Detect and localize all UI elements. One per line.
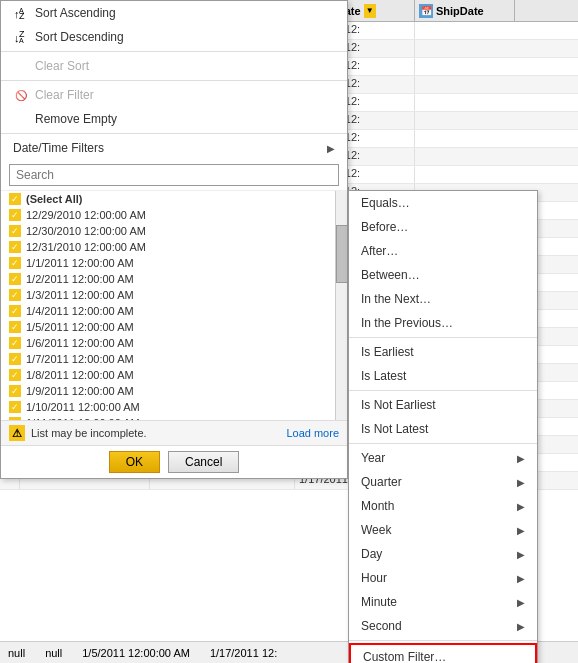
checkbox-label: 1/3/2011 12:00:00 AM xyxy=(26,289,134,301)
checkbox-item[interactable]: ✓ 1/8/2011 12:00:00 AM xyxy=(1,367,347,383)
status-date2: 1/17/2011 12: xyxy=(210,647,277,659)
svg-text:A: A xyxy=(19,37,24,44)
clear-filter-icon: 🚫 xyxy=(13,88,29,102)
checkbox-label: 12/29/2010 12:00:00 AM xyxy=(26,209,146,221)
checkbox-icon: ✓ xyxy=(9,193,21,205)
due-date-dropdown[interactable]: ▼ xyxy=(364,4,376,18)
equals-label: Equals… xyxy=(361,196,410,210)
checkbox-item[interactable]: ✓ 1/11/2011 12:00:00 AM xyxy=(1,415,347,420)
arrow-right-icon: ▶ xyxy=(327,143,335,154)
divider xyxy=(1,133,347,134)
scrollbar-track[interactable] xyxy=(335,191,347,420)
arrow-right-icon: ▶ xyxy=(517,597,525,608)
checkbox-item[interactable]: ✓ 12/31/2010 12:00:00 AM xyxy=(1,239,347,255)
status-null: null xyxy=(8,647,25,659)
checkbox-icon: ✓ xyxy=(9,385,21,397)
status-null2: null xyxy=(45,647,62,659)
checkbox-item[interactable]: ✓ 1/3/2011 12:00:00 AM xyxy=(1,287,347,303)
after-label: After… xyxy=(361,244,398,258)
search-input[interactable] xyxy=(9,164,339,186)
divider xyxy=(349,337,537,338)
checkbox-label: 1/8/2011 12:00:00 AM xyxy=(26,369,134,381)
checkbox-icon: ✓ xyxy=(9,225,21,237)
checkbox-list: ✓ (Select All) ✓ 12/29/2010 12:00:00 AM … xyxy=(1,190,347,420)
arrow-right-icon: ▶ xyxy=(517,477,525,488)
hour-item[interactable]: Hour▶ xyxy=(349,566,537,590)
checkbox-item[interactable]: ✓ 1/5/2011 12:00:00 AM xyxy=(1,319,347,335)
divider xyxy=(1,51,347,52)
month-item[interactable]: Month▶ xyxy=(349,494,537,518)
checkbox-item[interactable]: ✓ 1/10/2011 12:00:00 AM xyxy=(1,399,347,415)
minute-item[interactable]: Minute▶ xyxy=(349,590,537,614)
ship-calendar-icon: 📅 xyxy=(419,4,433,18)
not-latest-label: Is Not Latest xyxy=(361,422,428,436)
equals-item[interactable]: Equals… xyxy=(349,191,537,215)
is-earliest-item[interactable]: Is Earliest xyxy=(349,340,537,364)
minute-label: Minute xyxy=(361,595,397,609)
datetime-filters-item[interactable]: Date/Time Filters ▶ xyxy=(1,136,347,160)
checkbox-item[interactable]: ✓ 1/4/2011 12:00:00 AM xyxy=(1,303,347,319)
remove-empty-icon xyxy=(13,112,29,126)
second-item[interactable]: Second▶ xyxy=(349,614,537,638)
after-item[interactable]: After… xyxy=(349,239,537,263)
svg-text:Z: Z xyxy=(19,11,25,20)
not-earliest-label: Is Not Earliest xyxy=(361,398,436,412)
ship-date-header[interactable]: 📅 ShipDate xyxy=(415,0,515,21)
checkbox-icon: ✓ xyxy=(9,257,21,269)
checkbox-item[interactable]: ✓ 1/6/2011 12:00:00 AM xyxy=(1,335,347,351)
ship-date-label: ShipDate xyxy=(436,5,484,17)
load-more-link[interactable]: Load more xyxy=(286,427,339,439)
day-item[interactable]: Day▶ xyxy=(349,542,537,566)
checkbox-label: 1/6/2011 12:00:00 AM xyxy=(26,337,134,349)
custom-filter-item[interactable]: Custom Filter… xyxy=(349,643,537,663)
is-latest-item[interactable]: Is Latest xyxy=(349,364,537,388)
checkbox-item[interactable]: ✓ 1/7/2011 12:00:00 AM xyxy=(1,351,347,367)
arrow-right-icon: ▶ xyxy=(517,525,525,536)
select-all-label: (Select All) xyxy=(26,193,82,205)
before-item[interactable]: Before… xyxy=(349,215,537,239)
sort-desc-icon: ↓ZA xyxy=(13,30,29,44)
week-label: Week xyxy=(361,523,391,537)
checkbox-label: 12/31/2010 12:00:00 AM xyxy=(26,241,146,253)
button-row: OK Cancel xyxy=(1,445,347,478)
checkbox-item[interactable]: ✓ 12/30/2010 12:00:00 AM xyxy=(1,223,347,239)
submenu-panel: Equals… Before… After… Between… In the N… xyxy=(348,190,538,663)
sort-ascending-item[interactable]: ↑AZ Sort Ascending xyxy=(1,1,347,25)
in-prev-label: In the Previous… xyxy=(361,316,453,330)
divider xyxy=(349,443,537,444)
remove-empty-item[interactable]: Remove Empty xyxy=(1,107,347,131)
checkbox-icon: ✓ xyxy=(9,241,21,253)
in-prev-item[interactable]: In the Previous… xyxy=(349,311,537,335)
sort-descending-item[interactable]: ↓ZA Sort Descending xyxy=(1,25,347,49)
cancel-button[interactable]: Cancel xyxy=(168,451,239,473)
clear-sort-icon xyxy=(13,59,29,73)
week-item[interactable]: Week▶ xyxy=(349,518,537,542)
clear-filter-label: Clear Filter xyxy=(35,88,94,102)
clear-filter-item: 🚫 Clear Filter xyxy=(1,83,347,107)
not-earliest-item[interactable]: Is Not Earliest xyxy=(349,393,537,417)
quarter-item[interactable]: Quarter▶ xyxy=(349,470,537,494)
sort-ascending-label: Sort Ascending xyxy=(35,6,116,20)
in-next-item[interactable]: In the Next… xyxy=(349,287,537,311)
panel-footer: ⚠ List may be incomplete. Load more xyxy=(1,420,347,445)
remove-empty-label: Remove Empty xyxy=(35,112,117,126)
hour-label: Hour xyxy=(361,571,387,585)
divider xyxy=(349,640,537,641)
checkbox-icon: ✓ xyxy=(9,273,21,285)
arrow-right-icon: ▶ xyxy=(517,573,525,584)
ok-button[interactable]: OK xyxy=(109,451,160,473)
select-all-item[interactable]: ✓ (Select All) xyxy=(1,191,347,207)
checkbox-label: 1/7/2011 12:00:00 AM xyxy=(26,353,134,365)
checkbox-item[interactable]: ✓ 1/1/2011 12:00:00 AM xyxy=(1,255,347,271)
scrollbar-thumb[interactable] xyxy=(336,225,347,282)
not-latest-item[interactable]: Is Not Latest xyxy=(349,417,537,441)
year-item[interactable]: Year▶ xyxy=(349,446,537,470)
checkbox-icon: ✓ xyxy=(9,337,21,349)
checkbox-item[interactable]: ✓ 12/29/2010 12:00:00 AM xyxy=(1,207,347,223)
checkbox-item[interactable]: ✓ 1/2/2011 12:00:00 AM xyxy=(1,271,347,287)
clear-sort-label: Clear Sort xyxy=(35,59,89,73)
checkbox-item[interactable]: ✓ 1/9/2011 12:00:00 AM xyxy=(1,383,347,399)
between-item[interactable]: Between… xyxy=(349,263,537,287)
sort-descending-label: Sort Descending xyxy=(35,30,124,44)
warning-icon: ⚠ xyxy=(9,425,25,441)
